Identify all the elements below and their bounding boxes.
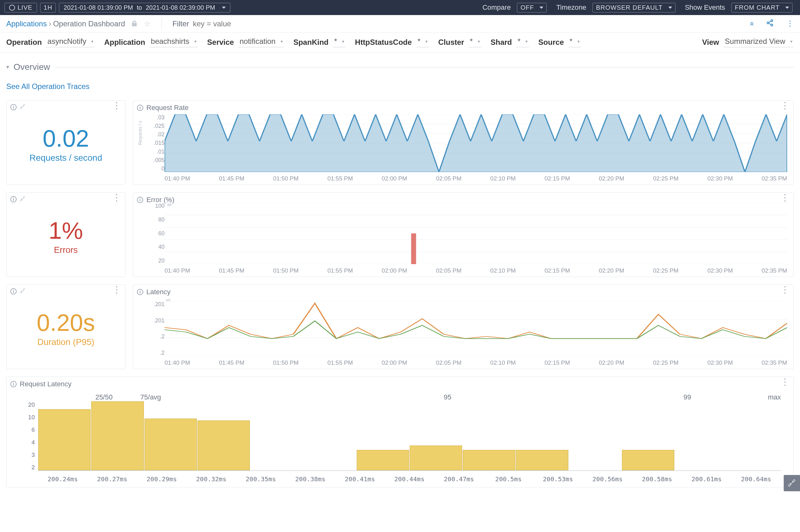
chevron-down-icon: ▾ [425,39,428,44]
info-icon[interactable]: i [137,197,143,203]
link-icon[interactable]: 🔗︎ [20,288,25,294]
card-menu-icon[interactable]: ⋮ [781,380,789,384]
sel-view[interactable]: ViewSummarized View▾ [702,37,794,47]
time-to-word: to [137,4,142,11]
card-menu-icon[interactable]: ⋮ [781,288,789,292]
compare-select[interactable]: OFF [517,3,547,13]
chevron-down-icon: ▾ [577,39,580,44]
link-icon[interactable]: 🔗︎ [20,104,25,110]
y-axis: .03.025.02.015.01.0050 [147,114,165,172]
collapse-icon[interactable]: ▾ [6,63,9,71]
chart-errors: iError (%) ⋮ all 10080604020 01:40 PM01:… [133,192,794,277]
chart-request-latency-hist: iRequest Latency ⋮ 25/50 75/avg 95 99 ma… [6,377,794,488]
card-menu-icon[interactable]: ⋮ [112,104,121,108]
time-range-picker[interactable]: 2021-01-08 01:39:00 PM to 2021-01-08 02:… [59,3,230,13]
chart-latency: iLatency ⋮ us .201.201.2.2 01:40 PM01:45… [133,284,794,369]
permalink-fab[interactable]: 🔗︎ [784,475,800,491]
chevron-down-icon: ▾ [790,39,793,44]
range-value: 1H [43,4,52,11]
share-icon[interactable] [766,19,774,28]
chevron-down-icon: ▾ [91,39,93,44]
breadcrumb-row: Applications › Operation Dashboard 🔒︎ ☆ … [0,15,800,33]
breadcrumb-applications[interactable]: Applications [6,19,47,28]
chevron-down-icon: ▾ [478,39,480,44]
chart-title: Request Rate [146,104,189,112]
y-axis: 10080604020 [147,203,165,264]
events-select[interactable]: FROM CHART [731,3,793,13]
stat-errors-label: Errors [54,245,78,255]
record-icon [9,5,15,11]
histogram-bars [38,401,781,471]
chevron-down-icon: ▾ [342,39,344,44]
info-icon[interactable]: i [137,104,143,111]
stat-errors: i🔗︎ ⋮ 1% Errors [6,192,125,277]
svg-rect-18 [411,233,416,264]
sel-operation[interactable]: OperationasyncNotify▾ [6,37,95,47]
card-menu-icon[interactable]: ⋮ [781,104,789,108]
lock-icon: 🔒︎ [131,19,138,28]
more-menu-icon[interactable]: ⋮ [786,19,794,28]
range-select[interactable]: 1H [40,3,56,13]
x-axis: 200.24ms200.27ms200.29ms200.32ms200.35ms… [38,475,781,483]
card-menu-icon[interactable]: ⋮ [112,288,121,292]
stat-latency: i🔗︎ ⋮ 0.20s Duration (P95) [6,284,125,369]
stat-requests-value: 0.02 [43,127,89,150]
chart-title: Latency [146,288,170,296]
compare-label: Compare [482,3,511,12]
events-label: Show Events [685,3,725,12]
y-axis: .201.201.2.2 [147,301,165,356]
star-icon[interactable]: ☆ [144,19,151,28]
chevron-down-icon: ▾ [194,39,197,44]
sel-cluster[interactable]: Cluster*▾ [438,37,481,47]
stat-errors-value: 1% [49,219,83,243]
time-from: 2021-01-08 01:39:00 PM [63,4,133,11]
svg-line-3 [769,21,771,22]
info-icon[interactable]: i [10,381,17,387]
chevron-down-icon: ▾ [525,39,527,44]
see-all-traces-link[interactable]: See All Operation Traces [0,75,800,100]
link-icon[interactable]: 🔗︎ [20,196,25,203]
sel-service[interactable]: Servicenotification▾ [207,37,284,47]
svg-point-0 [771,20,773,22]
sel-source[interactable]: Source*▾ [538,37,581,47]
info-icon[interactable]: i [10,104,17,110]
breadcrumb-sep: › [49,19,51,28]
stat-requests-label: Requests / second [30,153,102,163]
svg-point-1 [767,22,769,24]
section-overview: ▾ Overview [0,53,800,75]
info-icon[interactable]: i [137,289,143,295]
chart-canvas [165,203,787,264]
divider [162,18,162,30]
card-menu-icon[interactable]: ⋮ [112,196,121,200]
sel-httpstatuscode[interactable]: HttpStatusCode*▾ [355,37,429,47]
chart-canvas [165,301,787,356]
collapse-up-icon[interactable]: » [747,22,756,26]
chart-canvas [165,114,787,172]
filter-input[interactable] [193,19,318,28]
x-axis: 01:40 PM01:45 PM01:50 PM01:55 PM02:00 PM… [165,359,787,366]
x-axis: 01:40 PM01:45 PM01:50 PM01:55 PM02:00 PM… [165,267,787,274]
x-axis: 01:40 PM01:45 PM01:50 PM01:55 PM02:00 PM… [165,175,787,182]
time-to: 2021-01-08 02:39:00 PM [146,4,215,11]
section-title: Overview [14,62,50,72]
card-menu-icon[interactable]: ⋮ [781,196,789,200]
stat-latency-label: Duration (P95) [37,337,94,347]
stat-requests: i🔗︎ ⋮ 0.02 Requests / second [6,100,125,185]
breadcrumb-page: Operation Dashboard [53,19,125,28]
live-toggle[interactable]: LIVE [4,3,37,13]
y-axis-label: Requests / s [137,121,143,145]
sel-application[interactable]: Applicationbeachshirts▾ [104,37,198,47]
sel-shard[interactable]: Shard*▾ [490,37,529,47]
info-icon[interactable]: i [10,288,17,294]
live-label: LIVE [18,4,32,11]
filter-label: Filter [172,19,189,28]
topbar: LIVE 1H 2021-01-08 01:39:00 PM to 2021-0… [0,0,800,15]
selector-row: OperationasyncNotify▾ Applicationbeachsh… [0,33,800,53]
chevron-down-icon: ▾ [281,39,283,44]
info-icon[interactable]: i [10,196,17,203]
y-axis: 20106432 [16,401,35,471]
chart-request-rate: iRequest Rate ⋮ Requests / s .03.025.02.… [133,100,794,185]
timezone-select[interactable]: BROWSER DEFAULT [593,3,675,13]
sel-spankind[interactable]: SpanKind*▾ [293,37,346,47]
timezone-label: Timezone [556,3,586,12]
